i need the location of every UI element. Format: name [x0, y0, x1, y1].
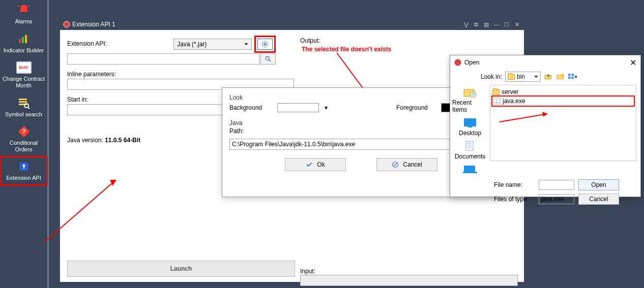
view-button[interactable]: ▾: [568, 72, 577, 81]
extension-api-label: Extension API:: [67, 40, 172, 47]
folder-up-icon: [544, 73, 552, 80]
svg-line-14: [269, 60, 271, 62]
filestype-label: Files of type:: [494, 196, 535, 203]
dialog-title: Open: [464, 59, 479, 66]
folder-icon: [492, 89, 500, 95]
svg-point-12: [264, 43, 266, 45]
folder-new-icon: [557, 73, 565, 80]
inline-params-label: Inline parameters:: [67, 71, 296, 78]
window-title: Extension API 1: [72, 21, 115, 28]
alarm-icon: [15, 3, 33, 17]
java-path-input[interactable]: [229, 139, 479, 150]
filename-label: File name:: [494, 181, 535, 188]
sidebar-label: Extension API: [6, 175, 41, 181]
close-icon[interactable]: ✕: [630, 58, 636, 68]
open-button[interactable]: Open: [578, 179, 619, 190]
file-list[interactable]: server java.exe: [490, 85, 636, 161]
sidebar-item-conditional-orders[interactable]: ? Conditional Orders: [0, 121, 47, 156]
svg-line-7: [28, 107, 30, 109]
svg-rect-29: [464, 118, 476, 126]
svg-point-11: [64, 21, 70, 27]
window-close-icon[interactable]: ✕: [513, 21, 521, 28]
svg-rect-1: [22, 37, 24, 43]
sidebar-item-extension-api[interactable]: Extension API: [0, 156, 47, 185]
cancel-button[interactable]: Cancel: [376, 158, 437, 171]
svg-marker-39: [542, 112, 547, 117]
filestype-combo[interactable]: java.exe: [539, 194, 574, 204]
sidebar-item-indicator-builder[interactable]: Indicator Builder: [0, 29, 47, 58]
svg-rect-36: [463, 172, 477, 173]
dialog-titlebar[interactable]: Open ✕: [450, 55, 640, 70]
question-diamond-icon: ?: [15, 124, 33, 139]
window-titlebar[interactable]: Extension API 1 ⋁ ⧉ ▧ — ☐ ✕: [60, 19, 524, 30]
svg-rect-25: [568, 77, 571, 79]
window-minimize-icon[interactable]: —: [492, 21, 501, 28]
place-recent[interactable]: Recent Items: [452, 85, 488, 114]
java-file-icon: [493, 98, 501, 105]
file-cancel-button[interactable]: Cancel: [578, 194, 619, 205]
app-icon: [63, 21, 70, 28]
sidebar-item-symbol-search[interactable]: Symbol search: [0, 93, 47, 122]
up-folder-button[interactable]: [544, 72, 553, 81]
list-search-icon: [15, 96, 33, 110]
foreground-label: Foreground: [396, 104, 437, 111]
sidebar-label: Indicator Builder: [4, 47, 44, 54]
launch-button[interactable]: Launch: [67, 261, 295, 277]
sidebar-label: Symbol search: [5, 111, 42, 118]
recent-icon: [462, 86, 478, 99]
svg-rect-23: [568, 74, 571, 76]
app-sidebar: Alarms Indicator Builder MAY Change Cont…: [0, 0, 49, 288]
svg-point-22: [562, 74, 564, 76]
lookin-label: Look in:: [481, 73, 502, 80]
svg-line-18: [394, 163, 397, 166]
svg-rect-35: [464, 166, 475, 172]
gear-icon: [261, 40, 269, 48]
background-swatch[interactable]: [277, 103, 319, 112]
rocket-icon: [15, 159, 33, 174]
filename-input[interactable]: [539, 180, 574, 190]
folder-icon: [508, 74, 515, 80]
lookin-combo[interactable]: bin: [505, 72, 541, 82]
window-btn[interactable]: ▧: [482, 21, 490, 28]
sidebar-item-change-contract-month[interactable]: MAY Change Contract Month: [0, 57, 47, 92]
chart-icon: [15, 32, 33, 46]
grid-icon: [568, 73, 575, 80]
file-open-dialog: Open ✕ Look in: bin ▾ Recent Items Deskt: [450, 55, 641, 197]
computer-icon: [462, 163, 478, 176]
svg-rect-31: [466, 141, 473, 150]
file-row-folder[interactable]: server: [492, 87, 634, 97]
svg-line-38: [500, 114, 547, 122]
place-desktop[interactable]: Desktop: [459, 115, 481, 138]
ok-button[interactable]: Ok: [285, 158, 346, 171]
calendar-icon: MAY: [15, 60, 33, 75]
input-field[interactable]: [300, 275, 518, 286]
background-label: Background: [229, 104, 273, 111]
input-label: Input:: [300, 268, 518, 275]
svg-rect-4: [19, 101, 27, 103]
svg-rect-30: [468, 126, 472, 127]
svg-rect-0: [19, 39, 21, 43]
settings-gear-button[interactable]: [257, 39, 273, 50]
window-btn[interactable]: ⋁: [462, 21, 470, 28]
svg-rect-26: [572, 77, 574, 79]
window-maximize-icon[interactable]: ☐: [503, 21, 511, 28]
sidebar-label: Conditional Orders: [1, 140, 46, 152]
background-dropdown[interactable]: ▾: [323, 104, 329, 111]
no-entry-icon: [392, 161, 399, 168]
new-folder-button[interactable]: [556, 72, 565, 81]
extension-api-combo[interactable]: Java (*.jar): [173, 39, 252, 50]
sidebar-item-alarms[interactable]: Alarms: [0, 0, 47, 29]
output-label: Output:: [300, 37, 518, 44]
place-documents[interactable]: Documents: [455, 139, 486, 161]
annotation-arrow: [500, 111, 555, 126]
svg-text:?: ?: [22, 128, 25, 135]
window-btn[interactable]: ⧉: [472, 21, 480, 28]
documents-icon: [462, 140, 478, 153]
svg-point-19: [455, 59, 461, 66]
file-row-selected[interactable]: java.exe: [492, 97, 634, 106]
browse-file-button[interactable]: [260, 53, 276, 65]
places-sidebar: Recent Items Desktop Documents: [450, 85, 490, 177]
place-computer[interactable]: [462, 162, 478, 177]
sidebar-label: Change Contract Month: [1, 76, 46, 88]
extension-api-file-input[interactable]: [67, 53, 259, 65]
